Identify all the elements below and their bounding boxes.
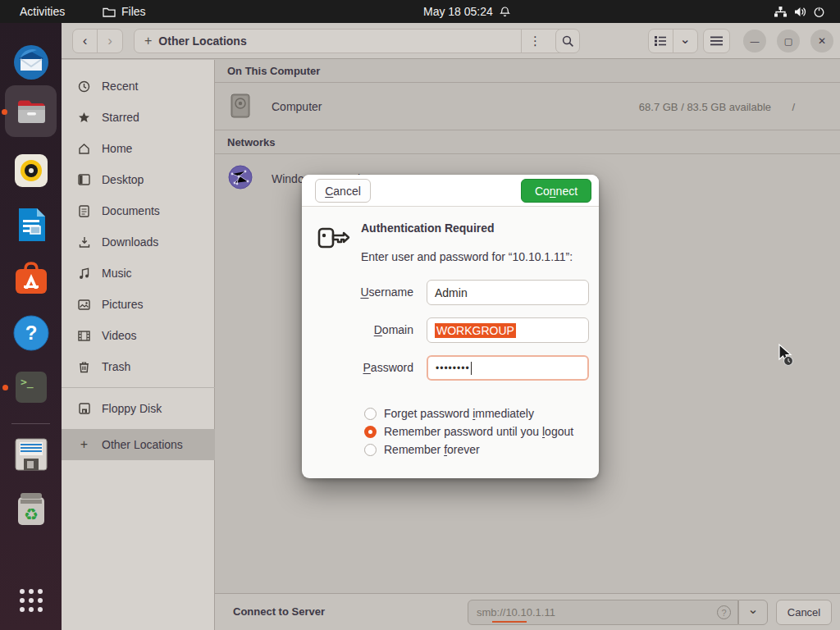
key-icon: [313, 222, 352, 260]
dock-show-applications[interactable]: [10, 579, 52, 621]
activities-button[interactable]: Activities: [11, 0, 73, 23]
dock-terminal[interactable]: >_: [10, 366, 52, 408]
dock-floppy-disk[interactable]: [10, 433, 52, 475]
sidebar-item-home[interactable]: Home: [62, 133, 215, 164]
videos-icon: [77, 331, 91, 341]
navigation-buttons: ‹ ›: [72, 29, 123, 53]
svg-text:>_: >_: [21, 376, 34, 389]
desktop-icon: [77, 174, 91, 185]
back-button[interactable]: ‹: [73, 30, 98, 52]
dock-files[interactable]: [5, 85, 57, 137]
server-cancel-button[interactable]: Cancel: [776, 600, 832, 625]
radio-remember-forever[interactable]: Remember forever: [364, 443, 480, 456]
hamburger-menu-button[interactable]: [703, 29, 730, 53]
terminal-icon: >_: [14, 370, 48, 404]
hamburger-icon: [710, 36, 723, 46]
network-globe-icon: [227, 164, 253, 193]
search-icon: [562, 35, 574, 48]
domain-field[interactable]: WORKGROUP: [427, 317, 589, 343]
folder-icon: [103, 7, 116, 17]
sidebar-label: Trash: [102, 360, 130, 373]
home-icon: [77, 143, 91, 155]
documents-icon: [77, 205, 91, 217]
section-on-this-computer: On This Computer: [215, 60, 840, 83]
rhythmbox-icon: [13, 153, 49, 189]
dialog-cancel-button[interactable]: Cancel: [315, 179, 371, 203]
location-menu-button[interactable]: ⋮: [521, 30, 549, 52]
close-button[interactable]: ✕: [810, 30, 833, 52]
sidebar-label: Downloads: [102, 235, 158, 249]
computer-label: Computer: [272, 100, 322, 113]
recent-icon: [77, 80, 91, 93]
sidebar-item-floppy-disk[interactable]: Floppy Disk: [62, 393, 215, 424]
password-field[interactable]: ••••••••: [427, 355, 589, 381]
radio-remember-until-logout[interactable]: Remember password until you logout: [364, 425, 573, 438]
dialog-connect-button[interactable]: Connect: [521, 179, 591, 203]
mouse-cursor-busy: [774, 343, 799, 372]
sidebar-label: Starred: [102, 111, 139, 124]
files-icon: [14, 94, 48, 129]
sidebar-item-videos[interactable]: Videos: [62, 320, 215, 351]
list-view-button[interactable]: [649, 30, 673, 52]
sidebar-item-downloads[interactable]: Downloads: [62, 226, 215, 258]
back-icon: ‹: [83, 33, 88, 49]
close-icon: ✕: [818, 35, 826, 47]
pictures-icon: [77, 299, 91, 310]
maximize-icon: ▢: [784, 36, 792, 47]
kebab-icon: ⋮: [529, 34, 541, 48]
sidebar-item-desktop[interactable]: Desktop: [62, 164, 215, 195]
sidebar-label: Floppy Disk: [102, 402, 162, 415]
star-icon: [77, 112, 91, 124]
server-address-value: smb://10.10.1.11: [477, 606, 555, 619]
clock-label: May 18 05:24: [423, 5, 493, 18]
thunderbird-icon: [12, 43, 50, 81]
path-bar[interactable]: + Other Locations: [134, 29, 574, 53]
recent-servers-dropdown[interactable]: ⌄: [738, 600, 768, 625]
system-tray[interactable]: [765, 0, 833, 23]
search-button[interactable]: [555, 29, 580, 53]
sidebar-item-pictures[interactable]: Pictures: [62, 289, 215, 320]
radio-selected-icon: [364, 426, 377, 438]
window-headerbar: ‹ › + Other Locations ⋮ ⌄ — ▢ ✕: [62, 23, 840, 59]
domain-value-selected: WORKGROUP: [435, 323, 516, 338]
sidebar-item-documents[interactable]: Documents: [62, 195, 215, 226]
dock-ubuntu-software[interactable]: [10, 258, 52, 299]
username-field[interactable]: Admin: [427, 280, 589, 305]
sidebar-item-recent[interactable]: Recent: [62, 71, 215, 102]
dialog-title: Authentication Required: [361, 221, 495, 235]
help-icon[interactable]: ?: [717, 605, 731, 619]
activities-label: Activities: [20, 5, 65, 18]
show-applications-icon: [17, 587, 45, 614]
chevron-down-icon: ⌄: [680, 31, 691, 47]
dock-rhythmbox[interactable]: [10, 149, 52, 191]
sidebar-separator: [62, 387, 215, 388]
list-view-icon: [654, 35, 667, 47]
sidebar-item-music[interactable]: Music: [62, 258, 215, 289]
app-menu-files[interactable]: Files: [94, 0, 154, 23]
forward-button[interactable]: ›: [98, 30, 122, 52]
radio-icon: [364, 408, 377, 420]
music-icon: [77, 267, 91, 280]
sidebar-label: Home: [102, 142, 132, 155]
radio-forget-immediately[interactable]: Forget password immediately: [364, 407, 534, 420]
dock-thunderbird[interactable]: [10, 41, 52, 83]
clock-menu[interactable]: May 18 05:24: [415, 0, 519, 23]
connect-to-server-label: Connect to Server: [233, 605, 325, 618]
sidebar-label: Documents: [102, 204, 160, 217]
power-icon: [813, 6, 825, 18]
minimize-button[interactable]: —: [743, 30, 766, 52]
dock-libreoffice-writer[interactable]: [10, 203, 52, 245]
sidebar-item-other-locations[interactable]: + Other Locations: [62, 429, 215, 460]
dock-help[interactable]: ?: [10, 312, 52, 354]
dock-trash[interactable]: ♻: [10, 487, 52, 529]
computer-row[interactable]: Computer 68.7 GB / 83.5 GB available /: [215, 84, 840, 130]
volume-icon: [793, 6, 807, 18]
running-indicator: [2, 109, 7, 115]
maximize-button[interactable]: ▢: [777, 30, 800, 52]
view-options-button[interactable]: ⌄: [673, 30, 697, 52]
sidebar-label: Pictures: [102, 298, 144, 311]
sidebar-item-starred[interactable]: Starred: [62, 102, 215, 133]
address-underline: [492, 621, 527, 623]
sidebar-item-trash[interactable]: Trash: [62, 351, 215, 382]
text-caret: [471, 362, 472, 375]
